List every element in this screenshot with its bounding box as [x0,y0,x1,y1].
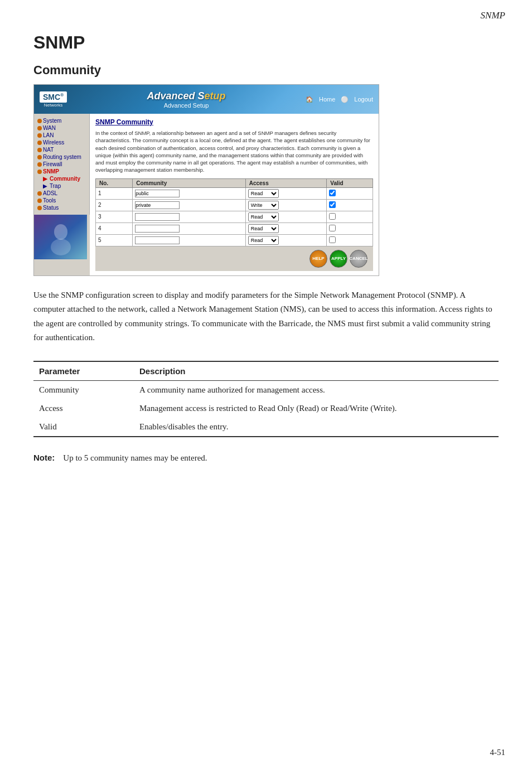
logout-icon: ⚪ [341,96,349,103]
table-row: 2 Read Write [96,199,373,211]
desc-community: A community name authorized for manageme… [134,380,499,399]
access-select-2[interactable]: Read Write [248,201,279,210]
page-title: SNMP [33,32,499,53]
nat-bullet [37,148,42,152]
wireless-bullet [37,141,42,145]
table-row: 3 Read Write [96,211,373,222]
router-screenshot: SMC® Networks Advanced Setup Advanced Se… [33,84,379,276]
advanced-setup-subtitle: Advanced Setup [67,102,306,109]
description-paragraph: Use the SNMP configuration screen to dis… [33,288,499,345]
community-input-3[interactable] [135,213,180,221]
nav-logout[interactable]: Logout [354,96,373,103]
router-body: System WAN LAN Wireless [34,114,379,275]
param-community: Community [33,380,134,399]
note-section: Note: Up to 5 community names may be ent… [33,453,499,463]
smc-networks: Networks [44,103,62,108]
valid-checkbox-3[interactable] [329,213,336,220]
community-arrow: ▶ [43,176,47,182]
param-row-community: Community A community name authorized fo… [33,380,499,399]
note-label: Note: [33,453,55,462]
adsl-bullet [37,191,42,196]
main-content: SNMP Community SMC® Networks Advanced Se… [0,21,532,485]
snmp-description: In the context of SNMP, a relationship b… [95,129,373,174]
sidebar-item-snmp[interactable]: SNMP [36,168,87,175]
table-row: 1 Read Write [96,187,373,199]
community-input-4[interactable] [135,225,180,233]
system-bullet [37,119,42,123]
param-col-header: Parameter [33,361,134,381]
help-button[interactable]: HELP [309,250,327,268]
sidebar-item-lan[interactable]: LAN [36,132,87,139]
community-input-2[interactable] [135,201,180,209]
sidebar-item-nat[interactable]: NAT [36,146,87,153]
param-row-access: Access Management access is restricted t… [33,399,499,418]
access-select-4[interactable]: Read Write [248,224,279,233]
page-number: 4-51 [490,748,506,757]
router-bottom-buttons: HELP APPLY CANCEL [95,246,373,271]
routing-bullet [37,155,42,159]
advanced-setup-title: Advanced Setup [67,90,306,102]
sidebar-item-wan[interactable]: WAN [36,124,87,132]
snmp-community-title: SNMP Community [95,118,373,126]
sidebar-item-adsl[interactable]: ADSL [36,190,87,197]
param-row-valid: Valid Enables/disables the entry. [33,418,499,437]
nav-home[interactable]: Home [319,96,335,103]
lan-bullet [37,133,42,138]
page-header: SNMP [0,0,532,21]
router-topbar: SMC® Networks Advanced Setup Advanced Se… [34,85,379,114]
smc-logo: SMC® [40,91,67,103]
nav-links: 🏠 Home ⚪ Logout [306,96,373,103]
snmp-bullet [37,170,42,174]
sidebar-item-tools[interactable]: Tools [36,197,87,204]
access-select-5[interactable]: Read Write [248,236,279,245]
router-sidebar: System WAN LAN Wireless [34,114,90,215]
wan-bullet [37,126,42,130]
sidebar-item-wireless[interactable]: Wireless [36,139,87,146]
apply-button[interactable]: APPLY [330,250,347,268]
access-select-3[interactable]: Read Write [248,212,279,221]
desc-access: Management access is restricted to Read … [134,399,499,418]
sidebar-item-firewall[interactable]: Firewall [36,161,87,168]
valid-checkbox-4[interactable] [329,225,336,231]
header-title: SNMP [481,10,505,21]
desc-valid: Enables/disables the entry. [134,418,499,437]
community-table: No. Community Access Valid 1 Re [95,178,373,246]
access-select-1[interactable]: Read Write [248,189,279,198]
sidebar-item-community[interactable]: ▶ Community [36,175,87,182]
status-bullet [37,206,42,210]
valid-checkbox-2[interactable] [329,201,336,208]
sidebar-item-system[interactable]: System [36,117,87,124]
sidebar-item-routing[interactable]: Routing system [36,153,87,161]
param-access: Access [33,399,134,418]
desc-col-header: Description [134,361,499,381]
firewall-bullet [37,162,42,167]
table-row: 5 Read Write [96,234,373,246]
param-table: Parameter Description Community A commun… [33,361,499,437]
col-no: No. [96,178,133,187]
community-input-1[interactable] [135,190,180,197]
community-input-5[interactable] [135,236,180,244]
sidebar-item-status[interactable]: Status [36,204,87,211]
router-main: SNMP Community In the context of SNMP, a… [90,114,379,275]
tools-bullet [37,199,42,203]
col-access: Access [245,178,327,187]
note-text [57,453,61,462]
valid-checkbox-5[interactable] [329,236,336,243]
router-left-panel: System WAN LAN Wireless [34,114,90,275]
table-row: 4 Read Write [96,222,373,234]
trap-arrow: ▶ [43,183,47,189]
valid-checkbox-1[interactable] [329,190,336,196]
home-icon: 🏠 [306,96,313,103]
sidebar-item-trap[interactable]: ▶ Trap [36,182,87,190]
note-content: Up to 5 community names may be entered. [63,453,207,462]
router-image [34,215,87,259]
svg-point-1 [54,224,67,240]
col-community: Community [133,178,245,187]
section-title: Community [33,63,499,78]
svg-point-2 [51,239,71,255]
cancel-button[interactable]: CANCEL [350,250,367,268]
col-valid: Valid [327,178,373,187]
param-valid: Valid [33,418,134,437]
